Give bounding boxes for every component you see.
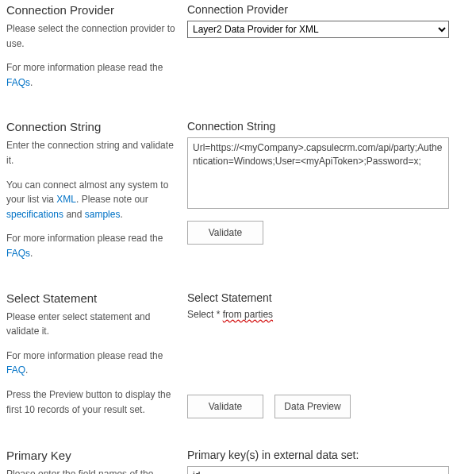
button-row: Validate	[187, 221, 470, 245]
left-col: Select Statement Please enter select sta…	[6, 291, 187, 418]
field-label-connstring: Connection String	[187, 120, 470, 133]
section-title: Select Statement	[6, 291, 178, 305]
section-title: Primary Key	[6, 449, 178, 462]
section-desc: Please select the connection provider to…	[6, 21, 178, 51]
faqs-link[interactable]: FAQs	[6, 77, 30, 88]
validate-button[interactable]: Validate	[187, 221, 263, 245]
field-label-provider: Connection Provider	[187, 3, 470, 16]
data-preview-button[interactable]: Data Preview	[274, 395, 351, 418]
right-col: Primary key(s) in external data set: Val…	[187, 449, 470, 474]
validate-button[interactable]: Validate	[187, 395, 263, 418]
connection-provider-select[interactable]: Layer2 Data Provider for XML	[187, 21, 449, 38]
faq-link[interactable]: FAQ	[6, 364, 25, 376]
section-connection-string: Connection String Enter the connection s…	[6, 120, 470, 260]
more-info-text: For more information please read the	[6, 62, 163, 73]
txt-c: and	[63, 209, 85, 220]
section-desc: Please enter the field names of the prim…	[6, 467, 178, 474]
section-desc-2: You can connect almost any system to you…	[6, 178, 178, 222]
field-label-pk: Primary key(s) in external data set:	[187, 449, 470, 461]
right-col: Connection Provider Layer2 Data Provider…	[187, 3, 470, 90]
txt-d: .	[120, 209, 122, 220]
section-more: For more information please read the FAQ…	[6, 60, 178, 90]
txt-b: . Please note our	[76, 194, 148, 205]
section-desc-preview: Press the Preview button to display the …	[6, 387, 178, 417]
section-title: Connection String	[6, 120, 178, 133]
select-value-error: from parties	[223, 309, 273, 320]
left-col: Connection Provider Please select the co…	[6, 3, 187, 90]
left-col: Connection String Enter the connection s…	[6, 120, 187, 260]
primary-key-input[interactable]	[187, 466, 449, 474]
button-row: Validate Data Preview	[187, 395, 470, 418]
connection-string-input[interactable]	[187, 137, 449, 209]
more-info-text: For more information please read the	[6, 350, 163, 361]
specifications-link[interactable]: specifications	[6, 209, 63, 220]
more-info-text: For more information please read the	[6, 233, 163, 244]
section-primary-key: Primary Key Please enter the field names…	[6, 449, 470, 474]
section-more: For more information please read the FAQ…	[6, 349, 178, 378]
section-desc: Please enter select statement and valida…	[6, 310, 178, 339]
right-col: Select Statement Select * from parties V…	[187, 291, 470, 418]
faqs-link[interactable]: FAQs	[6, 248, 30, 259]
select-value-pre: Select *	[187, 309, 223, 320]
section-title: Connection Provider	[6, 3, 178, 17]
field-label-select: Select Statement	[187, 291, 470, 304]
section-select-statement: Select Statement Please enter select sta…	[6, 291, 470, 418]
section-connection-provider: Connection Provider Please select the co…	[6, 3, 470, 90]
section-desc: Enter the connection string and validate…	[6, 138, 178, 168]
right-col: Connection String Validate	[187, 120, 470, 260]
left-col: Primary Key Please enter the field names…	[6, 449, 187, 474]
select-statement-input[interactable]: Select * from parties	[187, 309, 470, 385]
section-more: For more information please read the FAQ…	[6, 231, 178, 260]
xml-link[interactable]: XML	[56, 194, 76, 205]
samples-link[interactable]: samples	[85, 209, 121, 220]
